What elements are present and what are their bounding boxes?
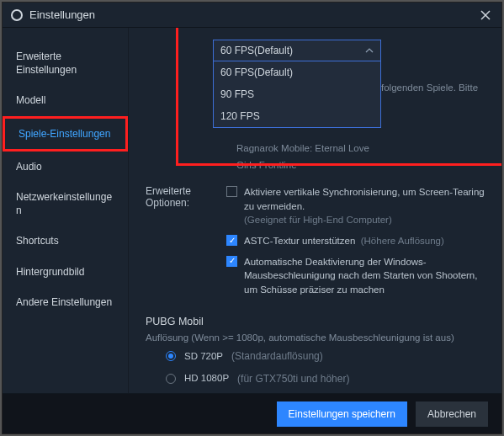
- fps-dropdown-list: 60 FPS(Default) 90 FPS 120 FPS: [213, 61, 381, 128]
- mouse-accel-label: Automatische Deaktivierung der Windows-M…: [244, 255, 485, 297]
- resolution-option-hd[interactable]: HD 1080P (für GTX750ti und höher): [166, 371, 485, 385]
- pubg-subtext: Auflösung (Wenn >= 1080p, automatische M…: [146, 332, 485, 343]
- sidebar: Erweiterte Einstellungen Modell Spiele-E…: [3, 28, 129, 393]
- button-label: Einstellungen speichern: [289, 408, 395, 420]
- sidebar-item-label: Hintergrundbild: [16, 266, 84, 278]
- sidebar-item-advanced[interactable]: Erweiterte Einstellungen: [3, 41, 128, 85]
- radio-label: SD 720P: [184, 349, 223, 364]
- settings-window: Einstellungen Erweiterte Einstellungen M…: [3, 3, 501, 433]
- fps-option-label: 120 FPS: [220, 110, 260, 122]
- chevron-up-icon: [365, 46, 374, 55]
- check-text-hint: (Geeignet für High-End Computer): [244, 215, 392, 225]
- footer: Einstellungen speichern Abbrechen: [3, 393, 501, 433]
- fps-option[interactable]: 60 FPS(Default): [214, 61, 380, 83]
- sidebar-item-shortcuts[interactable]: Shortcuts: [3, 226, 128, 256]
- check-text-main: ASTC-Textur unterstützen: [244, 236, 355, 246]
- fps-option-label: 60 FPS(Default): [220, 66, 293, 78]
- cancel-button[interactable]: Abbrechen: [416, 401, 488, 427]
- sidebar-item-model[interactable]: Modell: [3, 85, 128, 115]
- close-icon: [480, 10, 491, 20]
- titlebar: Einstellungen: [3, 3, 501, 28]
- content: 60 FPS(Default) 60 FPS(Default) 90 FPS 1…: [129, 28, 501, 393]
- gear-icon: [11, 9, 23, 21]
- vsync-checkbox[interactable]: [226, 186, 237, 197]
- radio-label: HD 1080P: [184, 371, 229, 385]
- astc-checkbox[interactable]: [226, 235, 237, 246]
- save-button[interactable]: Einstellungen speichern: [277, 401, 407, 427]
- button-label: Abbrechen: [427, 408, 476, 420]
- sidebar-item-network[interactable]: Netzwerkeinstellungen: [3, 182, 128, 226]
- pubg-title: PUBG Mobil: [146, 316, 485, 327]
- close-button[interactable]: [478, 8, 493, 23]
- sidebar-item-label: Erweiterte Einstellungen: [16, 51, 77, 76]
- sidebar-item-label: Shortcuts: [16, 235, 59, 247]
- window-title: Einstellungen: [29, 8, 95, 21]
- sidebar-item-label: Audio: [16, 161, 42, 173]
- mouse-accel-checkbox[interactable]: [226, 256, 237, 267]
- fps-option[interactable]: 90 FPS: [214, 83, 380, 105]
- vsync-label: Aktiviere vertikale Synchronisierung, um…: [244, 185, 485, 227]
- note-text: folgenden Spiele. Bitte: [381, 80, 478, 97]
- check-text-main: Aktiviere vertikale Synchronisierung, um…: [244, 187, 485, 211]
- fps-select[interactable]: 60 FPS(Default): [213, 40, 381, 61]
- sidebar-item-label: Andere Einstellungen: [16, 296, 112, 308]
- sidebar-item-wallpaper[interactable]: Hintergrundbild: [3, 257, 128, 287]
- radio-hint: (Standardauflösung): [231, 350, 323, 362]
- sidebar-item-label: Spiele-Einstellungen: [19, 128, 110, 140]
- game-name: Ragnarok Mobile: Eternal Love: [236, 141, 485, 157]
- sidebar-item-game-settings[interactable]: Spiele-Einstellungen: [3, 116, 128, 152]
- game-name: Girls Frontline: [236, 157, 485, 174]
- sidebar-item-label: Netzwerkeinstellungen: [16, 191, 112, 216]
- fps-selected-label: 60 FPS(Default): [220, 45, 293, 56]
- sidebar-item-other[interactable]: Andere Einstellungen: [3, 287, 128, 317]
- check-text-hint: (Höhere Auflösung): [361, 236, 444, 246]
- radio-icon: [166, 351, 176, 361]
- sidebar-item-audio[interactable]: Audio: [3, 152, 128, 182]
- advanced-options-label: Erweiterte Optionen:: [146, 185, 213, 209]
- fps-option[interactable]: 120 FPS: [214, 105, 380, 127]
- sidebar-item-label: Modell: [16, 94, 45, 106]
- fps-option-label: 90 FPS: [220, 88, 254, 100]
- radio-hint: (für GTX750ti und höher): [237, 373, 349, 385]
- astc-label: ASTC-Textur unterstützen (Höhere Auflösu…: [244, 234, 444, 248]
- radio-icon: [166, 374, 176, 384]
- resolution-option-sd[interactable]: SD 720P (Standardauflösung): [166, 349, 485, 364]
